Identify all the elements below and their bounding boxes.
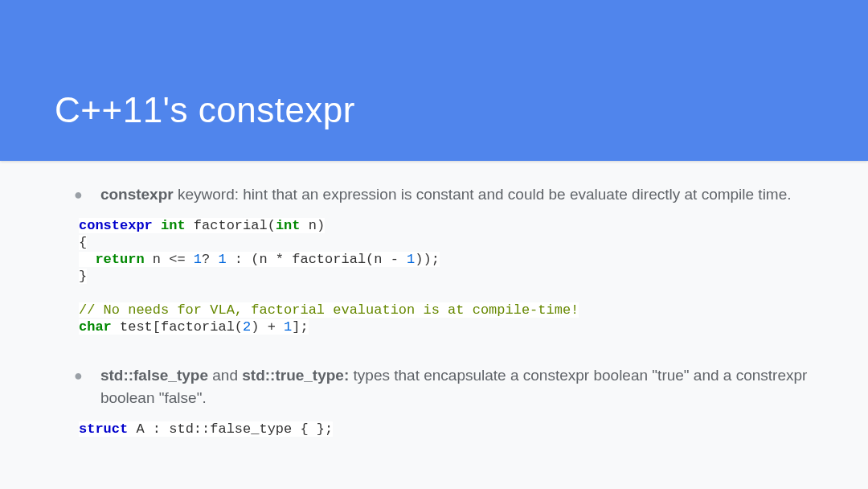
slide-content: ● constexpr keyword: hint that an expres… [0, 161, 868, 438]
bullet-rest: keyword: hint that an expression is cons… [174, 186, 792, 203]
text-mid: and [208, 367, 242, 384]
code-line: struct A : std::false_type { }; [79, 421, 813, 438]
code-block-2: struct A : std::false_type { }; [55, 421, 813, 438]
code-line: // No needs for VLA, factorial evaluatio… [79, 302, 813, 318]
bullet-item-2: ● std::false_type and std::true_type: ty… [55, 364, 813, 409]
bold-keyword: constexpr [100, 186, 174, 203]
code-line: char test[factorial(2) + 1]; [79, 318, 813, 335]
code-line: return n <= 1? 1 : (n * factorial(n - 1)… [79, 251, 813, 268]
code-block-1: constexpr int factorial(int n) { return … [55, 217, 813, 335]
bullet-item-1: ● constexpr keyword: hint that an expres… [55, 183, 813, 206]
bullet-text-2: std::false_type and std::true_type: type… [100, 364, 813, 409]
slide-header: C++11's constexpr [0, 0, 868, 161]
bold-keyword: std::false_type [100, 367, 208, 384]
code-line: { [79, 234, 813, 251]
code-line: } [79, 268, 813, 285]
code-line: constexpr int factorial(int n) [79, 217, 813, 234]
bullet-text-1: constexpr keyword: hint that an expressi… [100, 183, 792, 206]
bold-keyword: std::true_type: [242, 367, 349, 384]
code-blank-line [79, 285, 813, 302]
bullet-dot-icon: ● [74, 183, 83, 206]
bullet-dot-icon: ● [74, 364, 83, 387]
slide-title: C++11's constexpr [55, 90, 355, 130]
